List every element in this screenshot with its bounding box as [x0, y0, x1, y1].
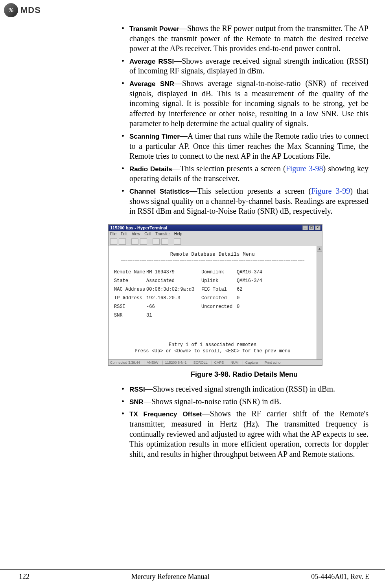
status-cell: Capture [243, 361, 258, 365]
menu-call[interactable]: Call [144, 232, 151, 236]
list-item: TX Frequency Offset—Shows the RF carrier… [120, 409, 368, 459]
cell: MAC Address [114, 287, 146, 292]
scrollbar[interactable]: ▲ [317, 246, 322, 360]
status-cell: Connected 3:39:44 [110, 361, 140, 365]
maximize-icon[interactable]: □ [309, 225, 314, 230]
status-cell: CAPS [212, 361, 224, 365]
hyperterminal-window: 115200 bps - HyperTerminal _ □ × File Ed… [108, 224, 322, 366]
terminal-heading: Remote Database Details Menu [111, 252, 314, 257]
cell: RM_1694379 [146, 269, 201, 275]
tool-receive-icon[interactable] [161, 238, 168, 245]
tool-send-icon[interactable] [153, 238, 160, 245]
page-header: % MDS [4, 3, 41, 17]
brand-text: MDS [20, 5, 41, 15]
list-item: RSSI—Shows received signal strength indi… [120, 384, 368, 394]
menu-view[interactable]: View [132, 232, 140, 236]
definition-text-pre: —This selection presents a screen ( [172, 164, 286, 173]
term: Scanning Timer [129, 133, 180, 140]
cell: Corrected [201, 295, 237, 301]
list-item: Radio Details—This selection presents a … [120, 164, 368, 184]
footer-line2: Press <Up> or <Down> to scroll, <ESC> fo… [111, 348, 314, 355]
cell: 0 [237, 295, 268, 301]
minimize-icon[interactable]: _ [302, 225, 308, 230]
term: Transmit Power [129, 25, 179, 33]
cell: IP Address [114, 295, 146, 301]
menu-help[interactable]: Help [174, 232, 182, 236]
tool-open-icon[interactable] [119, 238, 126, 245]
menu-file[interactable]: File [110, 232, 116, 236]
cell: Associated [146, 278, 201, 284]
list-item: Transmit Power—Shows the RF power output… [120, 24, 368, 54]
details-grid: Remote NameRM_1694379DownlinkQAM16-3/4 S… [114, 269, 311, 318]
page-footer: 122 Mercury Reference Manual 05-4446A01,… [0, 569, 385, 581]
definition-text: —Shows received signal strength indicati… [145, 385, 335, 393]
cell: SNR [114, 313, 146, 318]
cell: FEC Total [201, 287, 237, 292]
status-cell: SCROLL [191, 361, 208, 365]
cell [237, 313, 268, 318]
status-cell: 115200 8-N-1 [162, 361, 187, 365]
cell: RSSI [114, 304, 146, 310]
cell: -66 [146, 304, 201, 310]
cell: State [114, 278, 146, 284]
cell [201, 313, 237, 318]
window-titlebar: 115200 bps - HyperTerminal _ □ × [109, 225, 322, 231]
cell: Uplink [201, 278, 237, 284]
toolbar [109, 237, 322, 246]
cell: Downlink [201, 269, 237, 275]
footer-line1: Entry 1 of 1 associated remotes [111, 342, 314, 348]
term: RSSI [129, 386, 145, 393]
tool-connect-icon[interactable] [131, 238, 138, 245]
list-item: Average SNR—Shows average signal-to-nois… [120, 79, 368, 129]
figure-caption: Figure 3-98. Radio Details Menu [120, 370, 368, 379]
tool-new-icon[interactable] [110, 238, 117, 245]
definition-text-pre: —This selection presents a screen ( [190, 187, 311, 195]
list-item: Channel Statistics—This selection presen… [120, 186, 368, 216]
window-title: 115200 bps - HyperTerminal [110, 225, 167, 230]
cell: 31 [146, 313, 201, 318]
main-content: Transmit Power—Shows the RF power output… [120, 24, 368, 462]
doc-id: 05-4446A01, Rev. E [311, 573, 369, 581]
menu-transfer[interactable]: Transfer [155, 232, 170, 236]
figure-ref-link[interactable]: Figure 3-98 [286, 164, 323, 173]
definition-list-top: Transmit Power—Shows the RF power output… [120, 24, 368, 216]
term: Average RSSI [129, 58, 174, 65]
menu-edit[interactable]: Edit [121, 232, 127, 236]
terminal-body: ▲ Remote Database Details Menu =========… [109, 246, 322, 360]
terminal-footer: Entry 1 of 1 associated remotes Press <U… [111, 342, 314, 355]
cell: 00:06:3d:02:9a:d3 [146, 287, 201, 292]
menubar: File Edit View Call Transfer Help [109, 231, 322, 237]
window-buttons: _ □ × [302, 225, 321, 230]
cell: Uncorrected [201, 304, 237, 310]
term: Channel Statistics [129, 188, 190, 195]
figure-ref-link[interactable]: Figure 3-99 [311, 187, 350, 195]
cell: QAM16-3/4 [237, 269, 268, 275]
tool-props-icon[interactable] [174, 238, 181, 245]
cell: QAM16-3/4 [237, 278, 268, 284]
cell: 0 [237, 304, 268, 310]
definition-list-bottom: RSSI—Shows received signal strength indi… [120, 384, 368, 459]
list-item: SNR—Shows signal-to-noise ratio (SNR) in… [120, 397, 368, 407]
cell: Remote Name [114, 269, 146, 275]
figure-wrap: 115200 bps - HyperTerminal _ □ × File Ed… [120, 224, 368, 379]
page-number: 122 [19, 573, 29, 581]
statusbar: Connected 3:39:44 ANSIW 115200 8-N-1 SCR… [109, 359, 322, 365]
term: SNR [129, 398, 144, 406]
ge-logo-icon: % [4, 3, 18, 17]
list-item: Scanning Timer—A timer that runs while t… [120, 131, 368, 161]
divider-line: ========================================… [111, 258, 314, 262]
cell: 62 [237, 287, 268, 292]
scroll-up-icon[interactable]: ▲ [317, 246, 322, 252]
status-cell: Print echo [262, 361, 281, 365]
tool-disconnect-icon[interactable] [140, 238, 147, 245]
list-item: Average RSSI—Shows average received sign… [120, 56, 368, 76]
definition-text: —Shows signal-to-noise ratio (SNR) in dB… [144, 397, 281, 406]
cell: 192.168.20.3 [146, 295, 201, 301]
term: Average SNR [129, 80, 174, 88]
status-cell: NUM [228, 361, 239, 365]
term: TX Frequency Offset [129, 410, 202, 418]
doc-title: Mercury Reference Manual [131, 573, 210, 581]
close-icon[interactable]: × [315, 225, 321, 230]
status-cell: ANSIW [144, 361, 158, 365]
term: Radio Details [129, 165, 172, 173]
